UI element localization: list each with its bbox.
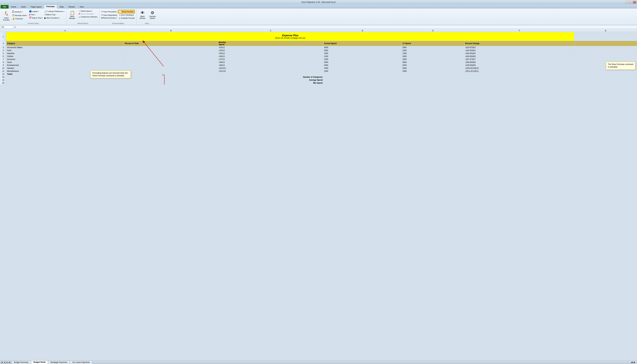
cell-c14[interactable]: Average Spend (218, 78, 323, 82)
cell-d7[interactable]: 1500 (323, 58, 402, 61)
insert-function-button[interactable]: fx InsertFunction (2, 10, 11, 22)
cell-d5[interactable]: 1500 (323, 52, 402, 55)
title-cell[interactable]: Expense Plan (Does not include mortgage … (7, 32, 574, 41)
col-header-b[interactable]: B (124, 29, 218, 32)
tab-view[interactable]: View (78, 5, 86, 8)
cell-c9[interactable]: =D9/12 (218, 64, 323, 67)
cell-a4[interactable]: Food (7, 49, 124, 52)
cell-d11[interactable]: 1250 (323, 70, 402, 73)
financial-dropdown[interactable]: ▾ (23, 18, 23, 20)
cell-d2[interactable]: Annual Spend (323, 41, 402, 46)
cell-g6[interactable] (574, 55, 637, 58)
recently-used-button[interactable]: ⏱ Recently Used ▾ (12, 14, 28, 17)
cell-b13[interactable] (124, 76, 218, 78)
cell-a7[interactable]: Insurance (7, 58, 124, 61)
date-time-button[interactable]: 📅 Date & Time ▾ (28, 16, 43, 20)
cell-f5[interactable]: =(D5-E5)/E5 (464, 52, 574, 55)
cell-e5[interactable]: 1200 (402, 52, 464, 55)
cell-c3[interactable]: =D3/12 (218, 46, 323, 49)
col-header-f[interactable]: F (464, 29, 574, 32)
cell-g12[interactable] (574, 73, 637, 76)
cell-e8[interactable]: 3500 (402, 61, 464, 64)
cell-e15[interactable] (402, 82, 464, 84)
cell-a8[interactable]: Taxes (7, 61, 124, 64)
remove-arrows-button[interactable]: ✖ Remove Arrows ▾ (101, 17, 117, 19)
cell-g1[interactable] (574, 32, 637, 41)
autosum-button[interactable]: Σ AutoSum ▾ (12, 10, 28, 14)
cell-b7[interactable] (124, 58, 218, 61)
logical-dropdown[interactable]: ▾ (38, 11, 39, 12)
cell-e2[interactable]: LY Spend (402, 41, 464, 46)
calculate-options-button[interactable]: ⚙ CalculateOptions (148, 10, 157, 20)
math-trig-dropdown[interactable]: ▾ (55, 14, 56, 16)
cell-d4[interactable]: 2500 (323, 49, 402, 52)
restore-button[interactable]: □ (629, 1, 633, 4)
recently-used-dropdown[interactable]: ▾ (27, 15, 27, 16)
watch-window-button[interactable]: 👁 WatchWindow (138, 10, 147, 20)
cell-b12[interactable] (124, 73, 218, 76)
show-formulas-button[interactable]: 📄 Show Formulas (118, 10, 135, 14)
cell-b15[interactable] (124, 82, 218, 84)
logical-button[interactable]: 🔵 Logical ▾ (28, 10, 43, 13)
cell-g5[interactable] (574, 52, 637, 55)
create-from-selection-button[interactable]: 📊 Create from Selection (78, 16, 98, 18)
text-dropdown[interactable]: ▾ (35, 14, 35, 16)
cell-d9[interactable]: 2000 (323, 64, 402, 67)
cell-b14[interactable] (124, 78, 218, 82)
cell-c10[interactable]: =D10/12 (218, 67, 323, 70)
name-box[interactable] (1, 26, 13, 29)
financial-button[interactable]: 💰 Financial ▾ (12, 17, 28, 20)
cell-d8[interactable]: 3500 (323, 61, 402, 64)
cell-g7[interactable] (574, 58, 637, 61)
cell-g15[interactable] (574, 82, 637, 84)
cell-e13[interactable] (402, 76, 464, 78)
cell-e6[interactable]: 1000 (402, 55, 464, 58)
more-functions-button[interactable]: ▶ More Functions ▾ (44, 16, 65, 20)
date-time-dropdown[interactable]: ▾ (42, 17, 43, 19)
cell-d15[interactable] (323, 82, 402, 84)
define-name-button[interactable]: 📝 Define Name ▾ (78, 10, 98, 12)
cell-b9[interactable] (124, 64, 218, 67)
more-functions-dropdown[interactable]: ▾ (59, 17, 60, 19)
col-header-c[interactable]: C (218, 29, 323, 32)
cell-a5[interactable]: Gasoline (7, 52, 124, 55)
cell-c4[interactable]: =D4/12 (218, 49, 323, 52)
cell-g3[interactable] (574, 46, 637, 49)
col-header-g[interactable]: G (574, 29, 637, 32)
cell-a6[interactable]: Clothes (7, 55, 124, 58)
cell-g13[interactable] (574, 76, 637, 78)
error-checking-button[interactable]: ⚠ Error Checking ▾ (118, 14, 135, 16)
cell-b11[interactable] (124, 70, 218, 73)
col-header-e[interactable]: E (402, 29, 464, 32)
cell-c5[interactable]: =D5/12 (218, 52, 323, 55)
tab-formulas[interactable]: Formulas (44, 5, 57, 8)
cell-a15[interactable] (7, 82, 124, 84)
cell-e9[interactable]: 2250 (402, 64, 464, 67)
cell-b10[interactable] (124, 67, 218, 70)
cell-g11[interactable] (574, 70, 637, 73)
col-header-a[interactable]: A (7, 29, 124, 32)
cell-e3[interactable]: 3000 (402, 46, 464, 49)
cell-f2[interactable]: Percent Change (464, 41, 574, 46)
cell-f8[interactable]: =(D8-E8)/E8 (464, 61, 574, 64)
cell-e12[interactable] (402, 73, 464, 76)
cell-c2[interactable]: MonthlySpend (218, 41, 323, 46)
cell-c6[interactable]: =D6/12 (218, 55, 323, 58)
evaluate-formula-button[interactable]: 🔬 Evaluate Formula (118, 17, 135, 19)
cell-g4[interactable] (574, 49, 637, 52)
cell-a2[interactable]: Category (7, 41, 124, 46)
cell-d14[interactable] (323, 78, 402, 82)
cell-b8[interactable] (124, 61, 218, 64)
cell-c11[interactable]: =D11/12 (218, 70, 323, 73)
formula-input[interactable] (17, 26, 636, 28)
text-button[interactable]: A Text ▾ (28, 13, 43, 16)
cell-e7[interactable]: 1500 (402, 58, 464, 61)
cell-b3[interactable] (124, 46, 218, 49)
cell-b4[interactable] (124, 49, 218, 52)
tab-data[interactable]: Data (57, 5, 66, 8)
cell-f7[interactable]: =(D7-E7)/E7 (464, 58, 574, 61)
use-in-formula-button[interactable]: 📌 Use in Formula ▾ (78, 12, 98, 15)
cell-g2[interactable] (574, 41, 637, 46)
cell-b6[interactable] (124, 55, 218, 58)
tab-home[interactable]: Home (9, 5, 19, 8)
